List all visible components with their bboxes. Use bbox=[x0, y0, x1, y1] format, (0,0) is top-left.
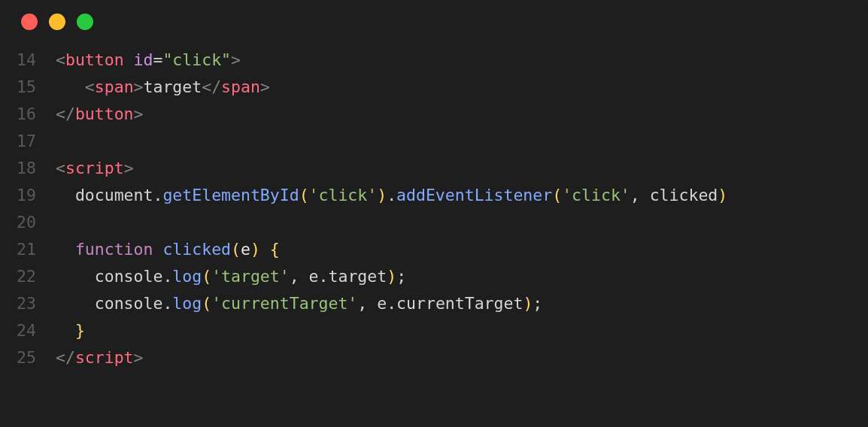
line-content[interactable]: console.log('target', e.target); bbox=[36, 263, 406, 290]
line-content[interactable]: </button> bbox=[36, 101, 144, 128]
code-token: id bbox=[134, 50, 153, 69]
code-line[interactable]: 22 console.log('target', e.target); bbox=[0, 263, 868, 290]
code-token: < bbox=[56, 159, 65, 177]
code-token: { bbox=[270, 240, 280, 259]
line-content[interactable]: } bbox=[36, 317, 85, 344]
code-token: console bbox=[95, 267, 163, 286]
code-line[interactable]: 21 function clicked(e) { bbox=[0, 236, 868, 263]
code-editor-window: 14<button id="click">15 <span>target</sp… bbox=[0, 0, 868, 427]
code-token: ) bbox=[250, 240, 260, 259]
code-token: . bbox=[319, 267, 329, 286]
code-token: getElementById bbox=[162, 186, 299, 204]
line-content[interactable]: function clicked(e) { bbox=[36, 236, 280, 263]
code-token: > bbox=[134, 348, 144, 367]
code-line[interactable]: 14<button id="click"> bbox=[0, 47, 868, 74]
code-token: target bbox=[329, 267, 387, 286]
line-content[interactable]: document.getElementById('click').addEven… bbox=[36, 182, 727, 209]
code-token: = bbox=[153, 50, 162, 69]
code-token: clicked bbox=[650, 186, 718, 204]
line-number: 14 bbox=[0, 47, 36, 74]
code-token: 'target' bbox=[211, 267, 290, 286]
code-token: > bbox=[134, 77, 144, 96]
code-token: </ bbox=[202, 77, 221, 96]
code-line[interactable]: 24 } bbox=[0, 317, 868, 344]
code-token: "click" bbox=[162, 50, 231, 69]
code-token: ) bbox=[523, 294, 533, 313]
code-line[interactable]: 20 bbox=[0, 209, 868, 236]
code-token: e bbox=[241, 240, 250, 259]
code-token: > bbox=[124, 159, 134, 177]
code-area[interactable]: 14<button id="click">15 <span>target</sp… bbox=[0, 47, 868, 371]
close-icon[interactable] bbox=[21, 14, 38, 30]
line-content[interactable]: console.log('currentTarget', e.currentTa… bbox=[36, 290, 542, 317]
code-token: > bbox=[231, 50, 241, 69]
code-token: e bbox=[309, 267, 319, 286]
code-token: console bbox=[95, 294, 163, 313]
code-token: document bbox=[75, 186, 153, 204]
code-token bbox=[56, 267, 95, 286]
code-token: button bbox=[75, 104, 134, 123]
code-token: 'click' bbox=[309, 186, 378, 204]
code-line[interactable]: 19 document.getElementById('click').addE… bbox=[0, 182, 868, 209]
code-token: script bbox=[65, 159, 124, 177]
code-token: currentTarget bbox=[396, 294, 523, 313]
code-line[interactable]: 17 bbox=[0, 128, 868, 155]
code-line[interactable]: 23 console.log('currentTarget', e.curren… bbox=[0, 290, 868, 317]
code-token: 'currentTarget' bbox=[211, 294, 357, 313]
code-token: ( bbox=[552, 186, 562, 204]
code-token: clicked bbox=[162, 240, 231, 259]
code-token: function bbox=[75, 240, 153, 259]
code-token: , bbox=[357, 294, 377, 313]
line-number: 18 bbox=[0, 155, 36, 182]
line-number: 19 bbox=[0, 182, 36, 209]
code-token: < bbox=[56, 50, 65, 69]
code-token: > bbox=[260, 77, 270, 96]
code-token: </ bbox=[56, 348, 75, 367]
code-token: , bbox=[630, 186, 650, 204]
code-token: </ bbox=[56, 104, 75, 123]
code-token: ) bbox=[387, 267, 396, 286]
window-title-bar bbox=[0, 14, 868, 47]
code-token bbox=[124, 50, 134, 69]
minimize-icon[interactable] bbox=[49, 14, 65, 30]
maximize-icon[interactable] bbox=[77, 14, 93, 30]
code-token bbox=[56, 321, 75, 340]
code-token: script bbox=[75, 348, 134, 367]
code-token: , bbox=[290, 267, 309, 286]
code-token: log bbox=[172, 267, 202, 286]
line-number: 15 bbox=[0, 74, 36, 101]
line-content[interactable]: <script> bbox=[36, 155, 134, 182]
code-line[interactable]: 25</script> bbox=[0, 344, 868, 371]
code-line[interactable]: 18<script> bbox=[0, 155, 868, 182]
line-number: 24 bbox=[0, 317, 36, 344]
code-token: ; bbox=[533, 294, 542, 313]
line-content[interactable]: <span>target</span> bbox=[36, 74, 270, 101]
code-token bbox=[56, 77, 85, 96]
line-number: 21 bbox=[0, 236, 36, 263]
code-token: log bbox=[172, 294, 202, 313]
line-content[interactable]: <button id="click"> bbox=[36, 47, 241, 74]
code-token: . bbox=[387, 294, 396, 313]
code-token: . bbox=[153, 186, 162, 204]
code-token: 'click' bbox=[562, 186, 630, 204]
line-number: 16 bbox=[0, 101, 36, 128]
code-token: ( bbox=[202, 294, 211, 313]
code-token: span bbox=[95, 77, 134, 96]
code-token: > bbox=[134, 104, 144, 123]
code-line[interactable]: 16</button> bbox=[0, 101, 868, 128]
code-token bbox=[153, 240, 162, 259]
code-line[interactable]: 15 <span>target</span> bbox=[0, 74, 868, 101]
line-number: 22 bbox=[0, 263, 36, 290]
code-token bbox=[56, 294, 95, 313]
code-token bbox=[56, 186, 75, 204]
line-number: 20 bbox=[0, 209, 36, 236]
line-number: 17 bbox=[0, 128, 36, 155]
code-token: ) bbox=[377, 186, 387, 204]
code-token: < bbox=[85, 77, 95, 96]
code-token: . bbox=[162, 267, 172, 286]
line-content[interactable]: </script> bbox=[36, 344, 144, 371]
code-token: ( bbox=[299, 186, 309, 204]
code-token: ( bbox=[202, 267, 211, 286]
code-token: span bbox=[221, 77, 260, 96]
code-token bbox=[260, 240, 270, 259]
